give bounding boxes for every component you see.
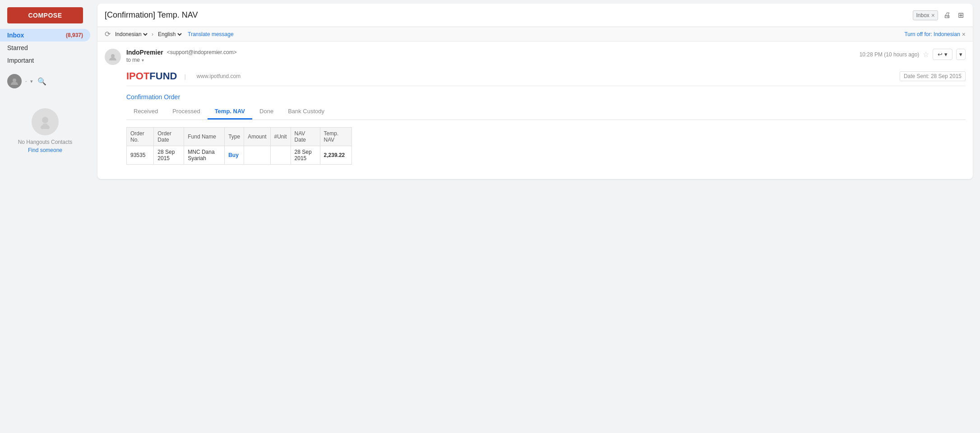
- tab-bank-custody[interactable]: Bank Custody: [281, 104, 332, 120]
- inbox-tag: Inbox ×: [913, 10, 938, 20]
- arrow-icon: ›: [152, 31, 153, 37]
- to-label: to me: [126, 57, 140, 63]
- date-sent: Date Sent: 28 Sep 2015: [900, 71, 966, 81]
- translation-bar: ⟳ Indonesian › English Translate message…: [97, 27, 973, 41]
- col-order-date: Order Date: [154, 128, 184, 146]
- translate-icon: ⟳: [105, 30, 111, 38]
- to-expand-icon[interactable]: ▾: [142, 58, 144, 63]
- ipotfund-logo: IPOTFUND: [126, 70, 177, 82]
- cell-unit: [270, 146, 291, 165]
- sender-name-row: IndoPremier <support@indopremier.com>: [126, 49, 854, 56]
- email-area: [Confirmation] Temp. NAV Inbox × 🖨 ⊞ ⟳ I…: [97, 4, 973, 179]
- order-tabs: Received Processed Temp. NAV Done Bank C…: [126, 104, 966, 120]
- tab-done[interactable]: Done: [252, 104, 281, 120]
- to-row: to me ▾: [126, 57, 854, 63]
- starred-label: Starred: [7, 44, 28, 51]
- important-label: Important: [7, 57, 34, 64]
- message-time: 10:28 PM (10 hours ago) ☆ ↩ ▾ ▾: [860, 49, 966, 60]
- order-table: Order No. Order Date Fund Name Type Amou…: [126, 127, 352, 165]
- compose-button[interactable]: COMPOSE: [7, 7, 83, 23]
- svg-point-0: [13, 78, 16, 82]
- hangouts-section: No Hangouts Contacts Find someone: [0, 101, 90, 161]
- inbox-tag-label: Inbox: [916, 12, 929, 18]
- email-header-bar: [Confirmation] Temp. NAV Inbox × 🖨 ⊞: [97, 4, 973, 27]
- svg-point-1: [42, 117, 48, 123]
- logo-ipot: IPOT: [126, 70, 149, 82]
- sidebar-item-inbox[interactable]: Inbox (8,937): [0, 29, 90, 41]
- col-nav-date: NAV Date: [291, 128, 320, 146]
- header-actions: 🖨 ⊞: [942, 9, 966, 21]
- logo-fund: FUND: [149, 70, 177, 82]
- email-body: IPOTFUND | www.ipotfund.com Date Sent: 2…: [105, 70, 966, 172]
- tab-temp-nav[interactable]: Temp. NAV: [208, 104, 252, 120]
- tab-received[interactable]: Received: [126, 104, 165, 120]
- cell-amount: [244, 146, 270, 165]
- main-content: [Confirmation] Temp. NAV Inbox × 🖨 ⊞ ⟳ I…: [90, 0, 980, 433]
- tab-processed[interactable]: Processed: [165, 104, 207, 120]
- find-someone-link[interactable]: Find someone: [28, 147, 62, 153]
- translate-message-link[interactable]: Translate message: [188, 31, 234, 37]
- table-row: 93535 28 Sep 2015 MNC Dana Syariah Buy 2…: [127, 146, 352, 165]
- avatar-name-label: ·: [25, 78, 27, 84]
- from-language-select[interactable]: Indonesian: [113, 31, 149, 38]
- inbox-tag-close[interactable]: ×: [931, 12, 935, 19]
- col-type: Type: [225, 128, 244, 146]
- ipotfund-header: IPOTFUND | www.ipotfund.com Date Sent: 2…: [126, 70, 966, 86]
- svg-point-4: [111, 54, 115, 58]
- col-temp-nav: Temp. NAV: [320, 128, 351, 146]
- col-unit: #Unit: [270, 128, 291, 146]
- time-text: 10:28 PM (10 hours ago): [860, 51, 920, 58]
- col-fund-name: Fund Name: [184, 128, 225, 146]
- to-language-select[interactable]: English: [156, 31, 183, 38]
- sender-info: IndoPremier <support@indopremier.com> to…: [126, 49, 854, 63]
- print-button[interactable]: 🖨: [942, 9, 952, 21]
- turn-off-text: Turn off for: Indonesian: [904, 31, 960, 37]
- sender-email: <support@indopremier.com>: [167, 49, 237, 55]
- confirmation-title: Confirmation Order: [126, 93, 966, 101]
- sender-name: IndoPremier: [126, 49, 163, 56]
- cell-order-date: 28 Sep 2015: [154, 146, 184, 165]
- website-divider: |: [184, 73, 185, 80]
- expand-button[interactable]: ⊞: [956, 9, 966, 21]
- sidebar-item-starred[interactable]: Starred: [0, 41, 90, 54]
- cell-fund-name: MNC Dana Syariah: [184, 146, 225, 165]
- sender-row: IndoPremier <support@indopremier.com> to…: [105, 49, 966, 65]
- cell-temp-nav: 2,239.22: [320, 146, 351, 165]
- reply-button[interactable]: ↩ ▾: [933, 49, 952, 60]
- sender-avatar: [105, 49, 121, 65]
- col-order-no: Order No.: [127, 128, 154, 146]
- inbox-label: Inbox: [7, 32, 24, 39]
- email-message: IndoPremier <support@indopremier.com> to…: [97, 41, 973, 179]
- inbox-badge: (8,937): [66, 32, 83, 38]
- cell-type: Buy: [225, 146, 244, 165]
- sidebar: COMPOSE Inbox (8,937) Starred Important …: [0, 0, 90, 433]
- sidebar-item-important[interactable]: Important: [0, 54, 90, 67]
- turn-off-close[interactable]: ×: [962, 31, 966, 38]
- col-amount: Amount: [244, 128, 270, 146]
- hangouts-no-contacts-label: No Hangouts Contacts: [18, 139, 73, 145]
- turn-off-translation[interactable]: Turn off for: Indonesian ×: [904, 31, 966, 38]
- email-subject: [Confirmation] Temp. NAV: [105, 10, 909, 20]
- more-options-button[interactable]: ▾: [956, 49, 966, 60]
- svg-rect-3: [43, 124, 47, 126]
- cell-order-no: 93535: [127, 146, 154, 165]
- account-dropdown[interactable]: ▾: [30, 78, 33, 84]
- search-button[interactable]: 🔍: [37, 76, 47, 87]
- sidebar-avatar-row: · ▾ 🔍: [0, 70, 90, 92]
- hangouts-avatar: [32, 108, 59, 135]
- avatar[interactable]: [7, 74, 22, 88]
- website-url: www.ipotfund.com: [197, 73, 240, 79]
- cell-nav-date: 28 Sep 2015: [291, 146, 320, 165]
- star-icon[interactable]: ☆: [923, 50, 929, 59]
